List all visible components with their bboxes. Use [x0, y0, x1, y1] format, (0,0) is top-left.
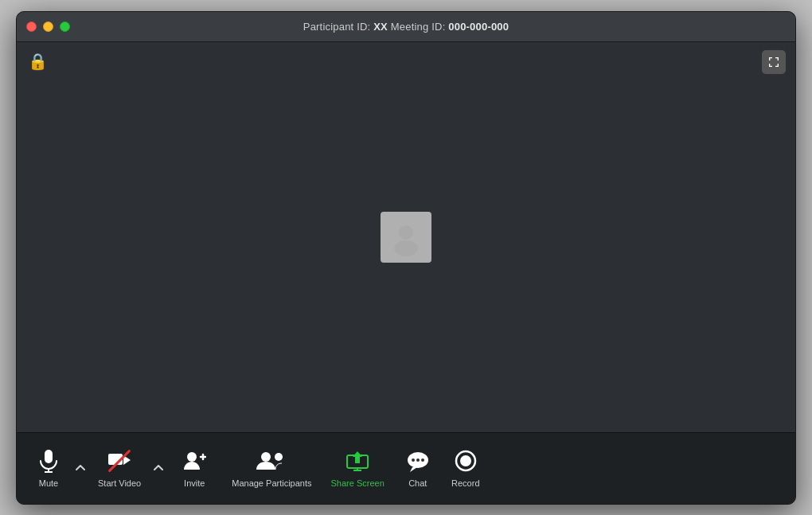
- video-chevron-button[interactable]: [150, 452, 166, 484]
- invite-icon-wrap: [182, 448, 207, 474]
- manage-participants-label: Manage Participants: [232, 478, 311, 488]
- close-button[interactable]: [26, 21, 37, 32]
- chat-icon: [406, 450, 430, 472]
- svg-point-1: [394, 240, 418, 256]
- chevron-up-icon-2: [154, 465, 163, 471]
- svg-point-11: [275, 453, 283, 461]
- record-label: Record: [451, 478, 479, 488]
- traffic-lights: [26, 21, 70, 32]
- svg-point-22: [460, 455, 471, 466]
- minimize-button[interactable]: [43, 21, 53, 32]
- participant-avatar: [381, 212, 431, 263]
- title-bar: Participant ID: XX Meeting ID: 000-000-0…: [17, 12, 795, 42]
- mute-chevron-button[interactable]: [72, 452, 88, 484]
- mute-label: Mute: [39, 478, 58, 488]
- record-icon-wrap: [453, 448, 478, 474]
- share-screen-icon-wrap: [345, 448, 370, 474]
- share-screen-label: Share Screen: [331, 478, 385, 488]
- invite-label: Invite: [184, 478, 205, 488]
- record-icon: [454, 449, 478, 473]
- zoom-window: Participant ID: XX Meeting ID: 000-000-0…: [16, 11, 796, 505]
- video-icon-wrap: [107, 448, 132, 474]
- record-button[interactable]: Record: [442, 442, 490, 494]
- svg-point-20: [421, 458, 424, 462]
- svg-point-0: [399, 225, 413, 240]
- lock-icon: 🔒: [28, 52, 48, 71]
- microphone-icon: [38, 449, 59, 473]
- participants-icon: [255, 451, 288, 471]
- mute-group: Mute: [25, 442, 88, 494]
- chat-button[interactable]: Chat: [394, 442, 442, 494]
- svg-point-18: [412, 458, 415, 462]
- chat-icon-wrap: [405, 448, 431, 474]
- video-group: Start Video: [88, 442, 166, 494]
- svg-marker-17: [410, 467, 417, 472]
- svg-point-10: [261, 452, 271, 462]
- start-video-button[interactable]: Start Video: [88, 442, 150, 494]
- start-video-label: Start Video: [98, 478, 141, 488]
- mute-button[interactable]: Mute: [25, 442, 72, 494]
- maximize-button[interactable]: [60, 21, 70, 32]
- chevron-up-icon: [76, 465, 85, 471]
- svg-rect-2: [45, 450, 53, 463]
- participants-icon-wrap: [255, 448, 288, 474]
- share-screen-button[interactable]: Share Screen: [322, 442, 394, 494]
- window-title: Participant ID: XX Meeting ID: 000-000-0…: [303, 21, 509, 33]
- svg-point-7: [187, 452, 197, 462]
- toolbar: Mute Start Video: [17, 432, 795, 504]
- share-screen-icon: [345, 449, 369, 473]
- invite-button[interactable]: Invite: [166, 442, 222, 494]
- svg-marker-15: [353, 451, 362, 463]
- svg-point-19: [416, 458, 420, 462]
- fullscreen-button[interactable]: [762, 50, 786, 74]
- mute-icon-wrap: [36, 448, 61, 474]
- manage-participants-button[interactable]: Manage Participants: [222, 442, 321, 494]
- video-area: 🔒: [17, 42, 795, 432]
- invite-icon: [182, 451, 206, 471]
- chat-label: Chat: [408, 478, 427, 488]
